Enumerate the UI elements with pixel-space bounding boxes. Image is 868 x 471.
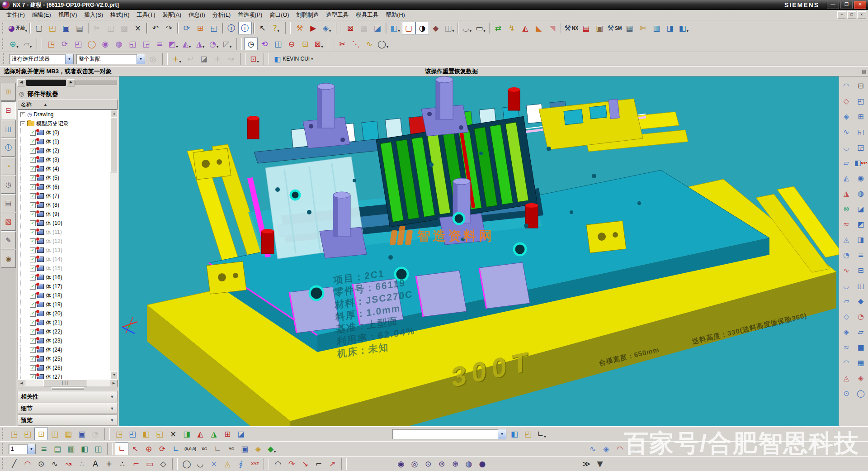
datum-axis-icon[interactable]: ⊖ <box>285 38 298 50</box>
slider-track[interactable] <box>75 81 117 85</box>
toolbar-grip[interactable] <box>2 38 5 49</box>
orient-view-icon[interactable]: ⊞ <box>193 22 207 34</box>
csys-plane-icon[interactable]: ∟ <box>211 442 224 455</box>
subtract-icon[interactable]: ◱ <box>854 124 868 140</box>
maximize-view-icon[interactable]: ⊡ <box>854 78 868 94</box>
scroll-down-button[interactable]: ▼ <box>110 371 118 379</box>
fit-view-icon[interactable]: ◱ <box>207 22 221 34</box>
cylinder-icon[interactable]: ◯ <box>85 38 99 50</box>
roles-tab[interactable]: ◉ <box>1 250 16 268</box>
circle-2pt-icon[interactable]: ⊙ <box>421 457 435 470</box>
arrangement-combo-dropdown[interactable]: ▼ <box>498 429 506 439</box>
rotate-display-icon[interactable]: ◑ <box>415 22 429 34</box>
ghost-component-icon[interactable]: ◔ <box>89 428 102 440</box>
box-body-icon[interactable]: ⊡ <box>298 38 312 50</box>
help-icon[interactable]: ?▾ <box>269 22 283 34</box>
visual-effect-icon[interactable]: ◈ <box>251 442 265 455</box>
csys-absolute-icon[interactable]: (0,0,0) <box>183 442 197 455</box>
wireframe-display-icon[interactable]: ▢ <box>402 22 415 34</box>
checkbox[interactable]: ✓ <box>30 320 36 326</box>
conic-icon[interactable]: ◡ <box>193 457 207 470</box>
menu-6[interactable]: 工具(T) <box>133 10 159 20</box>
layer-combo[interactable]: 1▼ <box>9 444 36 454</box>
menu-14[interactable]: 模具工具 <box>352 10 382 20</box>
bridge-icon[interactable]: ∿ <box>839 263 854 278</box>
show-component-icon[interactable]: ⊡ <box>34 428 48 440</box>
grid-icon[interactable]: ▦ <box>623 22 636 34</box>
studio-spline-icon[interactable]: ∴ <box>75 457 89 470</box>
checkbox[interactable]: ✓ <box>30 193 36 199</box>
menu-2[interactable]: 编辑(E) <box>28 10 55 20</box>
arc-3pt-icon[interactable]: ↘ <box>298 457 312 470</box>
toolbar-grip[interactable] <box>2 443 5 454</box>
section-3[interactable]: 预览▼ <box>18 414 118 426</box>
flange-surface-icon[interactable]: ◡ <box>839 278 854 294</box>
block-feature-icon[interactable]: ◰ <box>854 94 868 109</box>
checkbox[interactable]: ✓ <box>30 284 36 290</box>
panel-splitter[interactable] <box>16 386 119 390</box>
revolve-icon[interactable]: ⟳ <box>58 38 71 50</box>
fill-surface-icon[interactable]: ⊙ <box>839 386 854 401</box>
ellipse-icon[interactable]: ◯ <box>180 457 193 470</box>
csys-rotate-icon[interactable]: ⟳ <box>156 442 169 455</box>
sync-modeling-icon[interactable]: ⇄ <box>491 22 505 34</box>
four-point-surface-icon[interactable]: ◠ <box>839 78 854 94</box>
csys-orient-icon[interactable]: ↖ <box>128 442 142 455</box>
line-icon[interactable]: ╱ <box>7 457 21 470</box>
snap-point-icon[interactable]: +▾ <box>170 52 184 65</box>
section-1[interactable]: 相关性▼ <box>18 391 118 402</box>
boss-feature-icon[interactable]: ◍ <box>854 186 868 201</box>
tree-item-15[interactable]: ✓体 (13) <box>18 246 110 255</box>
arrangements-icon[interactable]: ◭ <box>193 428 207 440</box>
undo-icon[interactable]: ↶ <box>149 22 162 34</box>
visual-stack-icon[interactable]: ▤ <box>579 22 593 34</box>
exploded-view-icon[interactable]: ⊞ <box>221 428 234 440</box>
menu-10[interactable]: 首选项(P) <box>234 10 266 20</box>
dynamic-csys-icon[interactable]: ∟ <box>115 442 128 455</box>
section-surface-icon[interactable]: ◔ <box>839 247 854 263</box>
menu-4[interactable]: 插入(S) <box>80 10 107 20</box>
copy-icon[interactable]: ◫ <box>104 22 118 34</box>
restore-button[interactable]: ❐ <box>840 1 853 9</box>
save-icon[interactable]: ▣ <box>59 22 73 34</box>
checkbox[interactable]: ✓ <box>30 266 36 271</box>
selection-filter-combo[interactable]: 没有选择过滤器 ▼ <box>9 54 74 64</box>
tree-item-21[interactable]: ✓体 (19) <box>18 300 110 309</box>
sheet-body-icon[interactable]: ▱ <box>854 324 868 340</box>
tree-item-19[interactable]: ✓体 (17) <box>18 282 110 291</box>
wrap-icon[interactable]: ◯ <box>854 386 868 401</box>
optimize-icon[interactable]: ◈ <box>854 371 868 386</box>
expand-toggle[interactable]: − <box>20 121 25 126</box>
nx-tools-icon[interactable]: ⚒NX <box>563 22 579 34</box>
slider-right-button[interactable]: ▶ <box>67 79 75 86</box>
menu-8[interactable]: 信息(I) <box>185 10 209 20</box>
minimize-button[interactable]: — <box>827 1 839 9</box>
arc-2pt-icon[interactable]: ↷ <box>285 457 298 470</box>
checkbox[interactable]: ✓ <box>30 220 36 226</box>
interpart-icon[interactable]: ◫ <box>271 38 285 50</box>
trimmed-sheet-icon[interactable]: ◭ <box>839 171 854 186</box>
slider-left-button[interactable]: ◀ <box>17 79 25 86</box>
checkbox[interactable]: ✓ <box>30 374 36 380</box>
new-component-icon[interactable]: ◰ <box>126 428 139 440</box>
section-view-icon[interactable]: ◡▾ <box>460 22 474 34</box>
image-icon[interactable]: ▣ <box>593 22 606 34</box>
redo-icon[interactable]: ↷ <box>162 22 176 34</box>
csys-yc-icon[interactable]: YC <box>224 442 238 455</box>
selection-filter-dropdown[interactable]: ▼ <box>65 54 73 64</box>
rectangle-icon[interactable]: ▭ <box>143 457 156 470</box>
silhouette-icon[interactable]: ◇ <box>839 309 854 324</box>
extension-icon[interactable]: ▱ <box>839 294 854 309</box>
intersect-icon[interactable]: ◲ <box>854 140 868 155</box>
csys-dynamic-icon[interactable]: ∟ <box>169 442 183 455</box>
offset-curve-icon[interactable]: ↗ <box>326 457 339 470</box>
section-2[interactable]: 细节▼ <box>18 403 118 414</box>
utility-icon[interactable]: ✄ <box>636 22 650 34</box>
fillet-curve-icon[interactable]: ◠ <box>271 457 285 470</box>
rotate-view-icon[interactable]: ⟳ <box>180 22 193 34</box>
tree-item-26[interactable]: ✓体 (24) <box>18 345 110 354</box>
remove-component-icon[interactable]: × <box>166 428 180 440</box>
tree-item-27[interactable]: ✓体 (25) <box>18 354 110 363</box>
point-set-icon[interactable]: ∴ <box>116 457 129 470</box>
information-icon[interactable]: ⓘ <box>238 22 252 34</box>
